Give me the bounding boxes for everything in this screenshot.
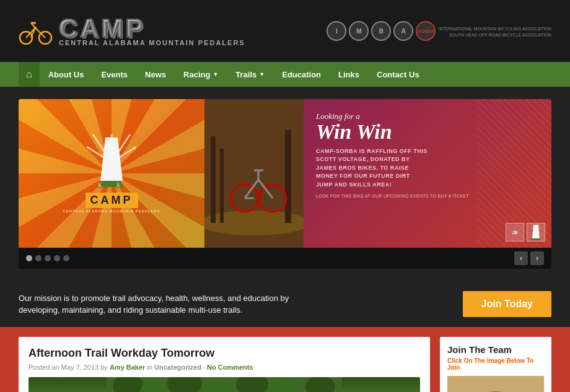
racing-dropdown-arrow: ▼ (213, 71, 218, 77)
svg-line-2 (26, 28, 35, 38)
dot-2[interactable] (35, 255, 42, 261)
join-team-title: Join The Team (447, 344, 544, 355)
nav-about[interactable]: About Us (40, 62, 93, 87)
slide-1-inner: 🚴 🚴 CAMP CENTRAL ALABAMA MOUNTAIN PEDALE… (63, 134, 160, 213)
slider-controls: ‹ › (19, 248, 551, 269)
associations-text: INTERNATIONAL MOUNTAIN BICYCLING ASSOCIA… (438, 26, 551, 38)
badge-m: M (349, 21, 369, 41)
header-logo-area: CAMP CENTRAL ALABAMA MOUNTAIN PEDALERS (19, 15, 245, 46)
site-header: CAMP CENTRAL ALABAMA MOUNTAIN PEDALERS I… (0, 0, 570, 62)
blog-meta: Posted on May 7, 2013 by Amy Baker in Un… (28, 364, 420, 371)
slide-sponsor-logos: JB (506, 223, 545, 242)
blog-meta-prefix: Posted on (28, 364, 59, 371)
trails-dropdown-arrow: ▼ (259, 71, 265, 77)
svg-marker-29 (532, 225, 540, 238)
camp-mini-logo (527, 224, 545, 241)
join-team-svg: YOU NEED A CAUSE (447, 376, 544, 392)
forest-scene-svg (28, 377, 420, 392)
join-today-button[interactable]: Join Today (463, 291, 551, 317)
nav-home[interactable]: ⌂ (19, 62, 40, 87)
nav-news[interactable]: News (136, 62, 175, 87)
lower-content: Afternoon Trail Workday Tomorrow Posted … (0, 327, 570, 392)
home-icon: ⌂ (26, 69, 32, 80)
win-win-body: CAMP-SORBA IS RAFFLING OFF THIS SCOTT VO… (316, 147, 428, 189)
slide-2 (204, 99, 304, 248)
logo-text-block: CAMP CENTRAL ALABAMA MOUNTAIN PEDALERS (59, 15, 245, 46)
slide-3: Looking for a Win Win CAMP-SORBA IS RAFF… (304, 99, 551, 248)
slide-3-content: Looking for a Win Win CAMP-SORBA IS RAFF… (316, 111, 539, 198)
nav-events[interactable]: Events (92, 62, 136, 87)
camp-slide-name: CAMP (90, 194, 133, 206)
svg-point-7 (34, 27, 37, 29)
blog-author-link[interactable]: Amy Baker (110, 364, 145, 371)
svg-text:🚴: 🚴 (115, 181, 123, 189)
slider-prev-button[interactable]: ‹ (514, 251, 528, 265)
badge-sorba: SORBA (416, 21, 436, 41)
join-team-subtitle: Click On The Image Below To Join (447, 357, 544, 371)
nav-contact[interactable]: Contact Us (368, 62, 428, 87)
win-win-footer: LOOK FOR THIS BIKE AT OUR UPCOMING EVENT… (316, 194, 539, 198)
camp-tower-logo: 🚴 🚴 (87, 134, 136, 190)
slide-1: 🚴 🚴 CAMP CENTRAL ALABAMA MOUNTAIN PEDALE… (19, 99, 204, 248)
main-wrapper: 🚴 🚴 CAMP CENTRAL ALABAMA MOUNTAIN PEDALE… (0, 87, 570, 281)
mission-text: Our mission is to promote trail advocacy… (19, 292, 316, 316)
nav-education[interactable]: Education (273, 62, 330, 87)
svg-rect-20 (220, 149, 224, 223)
assoc-line2: SOUTH HEAD OFF-ROAD BICYCLE ASSOCIATION (449, 32, 551, 38)
bike-photo-bg (204, 99, 304, 248)
blog-date: May 7, 2013 (61, 364, 99, 371)
assoc-line1: INTERNATIONAL MOUNTAIN BICYCLING ASSOCIA… (438, 26, 551, 32)
nav-racing[interactable]: Racing ▼ (175, 62, 227, 87)
nav-links[interactable]: Links (330, 62, 368, 87)
site-name: CAMP (59, 15, 146, 41)
blog-title: Afternoon Trail Workday Tomorrow (28, 347, 420, 360)
blog-comments-link[interactable]: No Comments (207, 364, 253, 371)
badge-a: A (393, 21, 413, 41)
blog-category-link[interactable]: Uncategorized (154, 364, 201, 371)
dot-1[interactable] (26, 255, 32, 261)
logo-bike-icon (19, 15, 53, 46)
svg-rect-21 (285, 130, 291, 223)
badge-i: I (327, 21, 346, 41)
site-subtitle: CENTRAL ALABAMA MOUNTAIN PEDALERS (59, 39, 245, 46)
svg-rect-48 (447, 376, 544, 392)
blog-category-prefix: in (147, 364, 152, 371)
slider-next-button[interactable]: › (530, 251, 544, 265)
svg-point-46 (305, 377, 335, 392)
slider-content: 🚴 🚴 CAMP CENTRAL ALABAMA MOUNTAIN PEDALE… (19, 99, 551, 248)
dot-5[interactable] (63, 255, 69, 261)
mission-bar: Our mission is to promote trail advocacy… (0, 281, 570, 327)
camp-small-logo (527, 223, 545, 242)
dot-4[interactable] (54, 255, 60, 261)
bike-trail-svg (204, 99, 304, 248)
svg-point-42 (167, 377, 202, 392)
svg-rect-19 (211, 136, 216, 223)
blog-image (28, 377, 420, 392)
svg-text:🚴: 🚴 (96, 181, 104, 189)
camp-logo-banner: CAMP (86, 193, 138, 208)
james-bros-logo: JB (506, 223, 524, 242)
svg-point-44 (236, 377, 268, 392)
join-team-card: Join The Team Click On The Image Below T… (440, 337, 551, 392)
win-win-heading2: Win Win (316, 121, 539, 142)
svg-marker-13 (100, 137, 123, 181)
blog-author-prefix: by (100, 364, 108, 371)
slider-arrows: ‹ › (514, 251, 544, 265)
badges-area: I M B A SORBA INTERNATIONAL MOUNTAIN BIC… (327, 21, 551, 41)
slider: 🚴 🚴 CAMP CENTRAL ALABAMA MOUNTAIN PEDALE… (19, 99, 551, 269)
camp-slide-subtitle: CENTRAL ALABAMA MOUNTAIN PEDALERS (63, 209, 160, 213)
svg-point-40 (113, 377, 144, 392)
nav-trails[interactable]: Trails ▼ (227, 62, 273, 87)
badge-b: B (371, 21, 391, 41)
main-nav: ⌂ About Us Events News Racing ▼ Trails ▼… (0, 62, 570, 87)
slider-dots (26, 255, 69, 261)
blog-card: Afternoon Trail Workday Tomorrow Posted … (19, 337, 430, 392)
dot-3[interactable] (45, 255, 51, 261)
svg-rect-30 (531, 238, 541, 240)
svg-line-3 (35, 28, 45, 38)
join-team-image[interactable]: YOU NEED A CAUSE THERE'S NOTHING WRONG W… (447, 376, 544, 392)
